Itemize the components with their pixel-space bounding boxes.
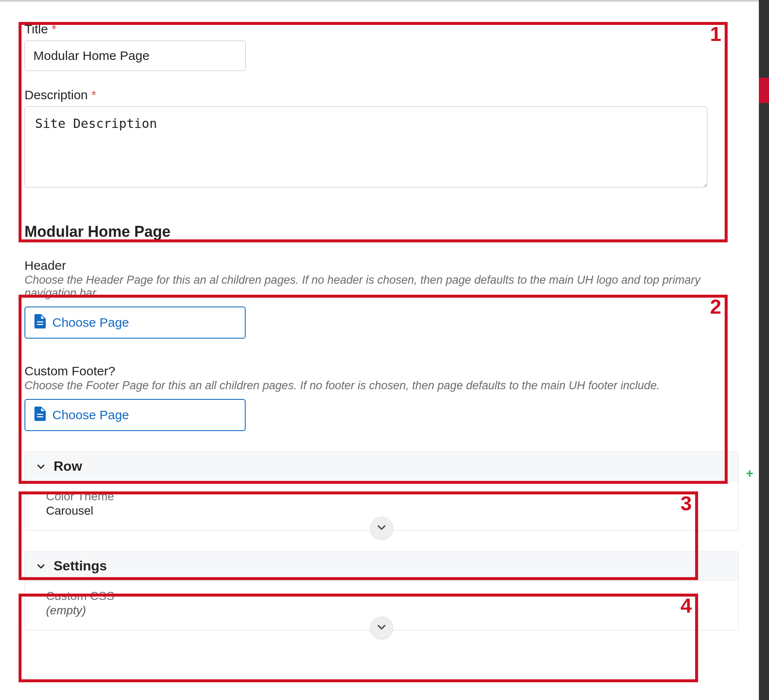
description-textarea[interactable]: Site Description (24, 106, 707, 187)
row-expand-button[interactable] (370, 517, 393, 540)
settings-expand-button[interactable] (370, 616, 393, 639)
description-label: Description * (24, 88, 734, 102)
required-asterisk: * (51, 22, 57, 36)
custom-css-value: (empty) (46, 604, 717, 617)
carousel-label: Carousel (46, 504, 717, 518)
header-helper-text: Choose the Header Page for this an al ch… (24, 274, 734, 300)
title-label: Title * (24, 22, 734, 36)
add-row-icon[interactable]: + (746, 467, 753, 480)
description-field-block: Description * Site Description (24, 88, 734, 189)
chevron-down-icon (376, 621, 387, 634)
footer-helper-text: Choose the Footer Page for this an all c… (24, 379, 734, 392)
choose-footer-page-label: Choose Page (52, 408, 129, 422)
choose-footer-page-button[interactable]: Choose Page (24, 399, 246, 431)
row-panel-wrap: Row Color Theme Carousel + (24, 451, 734, 531)
row-panel: Row Color Theme Carousel + (24, 451, 739, 531)
row-panel-header[interactable]: Row (25, 452, 738, 481)
chevron-down-icon (376, 522, 387, 534)
footer-chooser-block: Custom Footer? Choose the Footer Page fo… (24, 364, 734, 431)
header-chooser-block: Header Choose the Header Page for this a… (24, 258, 734, 339)
chevron-down-icon (35, 461, 47, 472)
row-panel-title: Row (54, 459, 82, 474)
page-icon (34, 407, 46, 424)
required-asterisk: * (91, 88, 96, 102)
choose-header-page-button[interactable]: Choose Page (24, 307, 246, 339)
footer-label: Custom Footer? (24, 364, 734, 378)
chevron-down-icon (35, 560, 47, 572)
settings-panel-title: Settings (54, 558, 107, 574)
choose-header-page-label: Choose Page (52, 315, 129, 330)
settings-panel-header[interactable]: Settings (25, 551, 738, 581)
modal-sheet: Title * Description * Site Description M… (0, 0, 759, 700)
title-label-text: Title (24, 22, 48, 36)
settings-panel: Settings Custom CSS (empty) (24, 551, 739, 630)
title-input[interactable] (24, 41, 246, 71)
page-icon (34, 314, 46, 331)
settings-panel-wrap: Settings Custom CSS (empty) (24, 551, 734, 630)
description-label-text: Description (24, 88, 88, 102)
section-heading: Modular Home Page (24, 223, 734, 241)
title-field-block: Title * (24, 22, 734, 71)
edge-accent (759, 78, 769, 103)
custom-css-label: Custom CSS (46, 589, 717, 603)
header-label: Header (24, 258, 734, 273)
color-theme-label: Color Theme (46, 490, 717, 503)
